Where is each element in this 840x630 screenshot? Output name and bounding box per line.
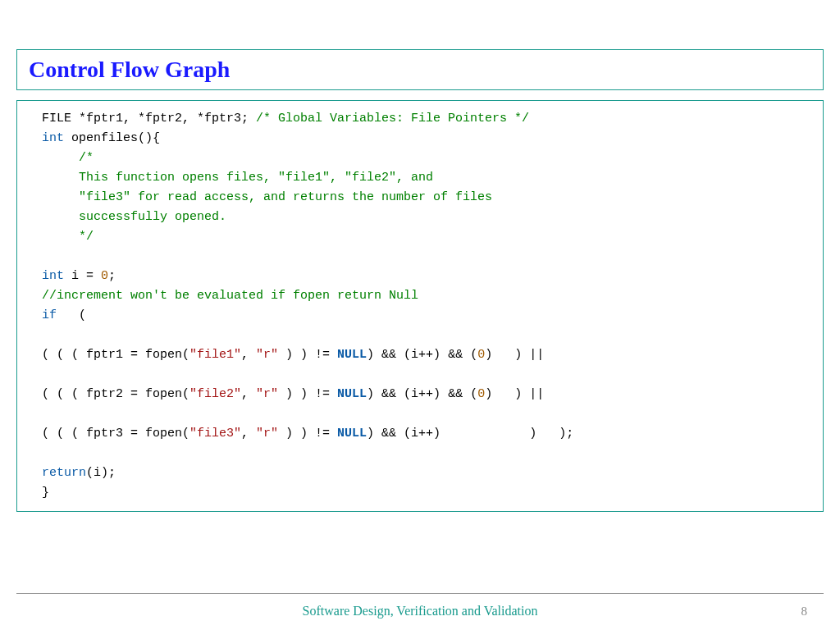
code-comment: /*: [42, 151, 94, 165]
code-comment: successfully opened.: [42, 210, 226, 224]
code-comment: */: [42, 230, 94, 244]
code-string: "r": [256, 348, 278, 362]
code-line: ,: [241, 387, 256, 401]
code-line: FILE *fptr1, *fptr2, *fptr3;: [42, 112, 256, 126]
code-line: ,: [241, 348, 256, 362]
slide-title: Control Flow Graph: [29, 57, 811, 83]
code-line: ( ( ( fptr1 = fopen(: [42, 348, 189, 362]
code-line: (i);: [86, 466, 116, 480]
code-line: ,: [241, 427, 256, 441]
code-null: NULL: [337, 348, 367, 362]
code-line: ) && (i++) && (: [367, 387, 477, 401]
code-line: i =: [64, 269, 101, 283]
code-line: ) ) ||: [485, 387, 544, 401]
code-keyword: int: [42, 131, 64, 145]
code-line: ) && (i++) ) );: [367, 427, 573, 441]
code-block: FILE *fptr1, *fptr2, *fptr3; /* Global V…: [16, 100, 824, 512]
code-comment: This function opens files, "file1", "fil…: [42, 171, 433, 185]
code-line: ( ( ( fptr2 = fopen(: [42, 387, 189, 401]
code-keyword: return: [42, 466, 86, 480]
code-number: 0: [477, 348, 485, 362]
code-line: ) ) !=: [278, 427, 337, 441]
code-string: "file1": [189, 348, 241, 362]
code-null: NULL: [337, 387, 367, 401]
code-line: ;: [108, 269, 116, 283]
code-number: 0: [101, 269, 108, 283]
code-line: ) && (i++) && (: [367, 348, 477, 362]
code-string: "file2": [189, 387, 241, 401]
code-comment: "file3" for read access, and returns the…: [42, 190, 492, 204]
footer-divider: [16, 593, 824, 594]
slide-title-box: Control Flow Graph: [16, 49, 824, 90]
code-keyword: if: [42, 308, 57, 322]
code-null: NULL: [337, 427, 367, 441]
code-line: }: [42, 486, 49, 500]
code-line: ) ) !=: [278, 387, 337, 401]
code-string: "file3": [189, 427, 241, 441]
code-line: ( ( ( fptr3 = fopen(: [42, 427, 189, 441]
code-line: (: [57, 308, 86, 322]
code-keyword: int: [42, 269, 64, 283]
code-comment: //increment won't be evaluated if fopen …: [42, 289, 418, 303]
code-line: ) ) !=: [278, 348, 337, 362]
page-number: 8: [801, 605, 808, 619]
code-string: "r": [256, 387, 278, 401]
code-line: openfiles(){: [64, 131, 160, 145]
footer-text: Software Design, Verification and Valida…: [0, 604, 840, 619]
code-comment: /* Global Variables: File Pointers */: [256, 112, 529, 126]
code-number: 0: [477, 387, 485, 401]
code-string: "r": [256, 427, 278, 441]
code-line: ) ) ||: [485, 348, 544, 362]
